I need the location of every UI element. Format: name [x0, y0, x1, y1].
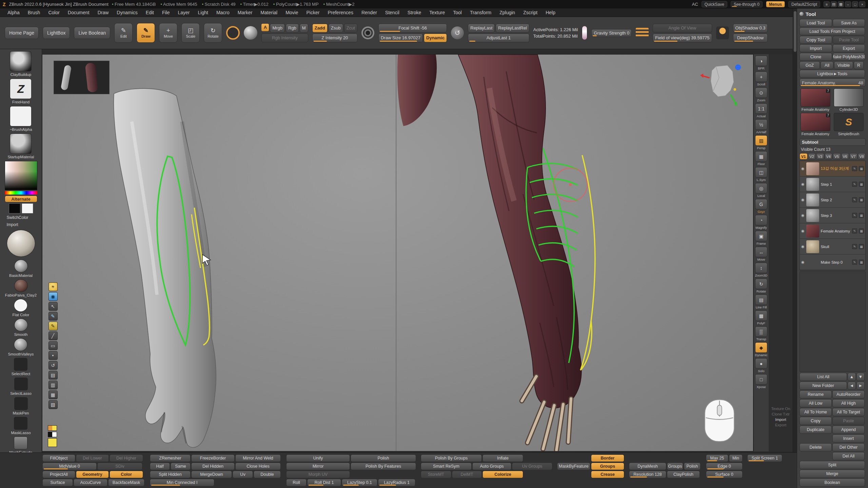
tool-thumbnail-image[interactable]: [834, 88, 864, 107]
bottom-button[interactable]: Mirror And Weld: [235, 454, 281, 462]
bottom-button[interactable]: Surface 0: [706, 471, 743, 478]
replay-last-button[interactable]: ReplayLast: [468, 24, 495, 33]
material-item[interactable]: MeshExtrude: [9, 436, 33, 452]
subtool-action-button[interactable]: Copy: [800, 417, 832, 425]
subtool-row[interactable]: ◉ Skull ✎ ▦: [800, 239, 865, 255]
brush-item[interactable]: ~BrushAlpha: [9, 106, 32, 131]
menu-item[interactable]: Picker: [303, 9, 323, 16]
camera-head-gizmo[interactable]: [700, 62, 742, 109]
bottom-button[interactable]: Crease: [591, 471, 624, 478]
right-shelf-item[interactable]: ◎ Local: [755, 183, 767, 198]
material-item[interactable]: BasicMaterial: [9, 260, 33, 278]
color-gradient-picker[interactable]: [5, 161, 37, 190]
bottom-button[interactable]: Polish: [351, 454, 416, 462]
menu-item[interactable]: Dynamics: [113, 9, 141, 16]
canvas-tool-icon[interactable]: ✎: [48, 322, 58, 330]
rgb-button[interactable]: Rgb: [286, 24, 299, 33]
bottom-button[interactable]: Double: [254, 471, 281, 478]
tool-palette-header[interactable]: Tool: [800, 10, 866, 18]
right-shelf-icon[interactable]: ⊙: [755, 87, 767, 98]
home-page-button[interactable]: Home Page: [5, 27, 39, 39]
material-item[interactable]: SmoothValleys: [8, 338, 34, 356]
bottom-button[interactable]: MaskByFeature: [557, 463, 590, 470]
right-shelf-item[interactable]: ▒ Transp: [755, 326, 767, 341]
sculpt-canvas[interactable]: ☀◉↖✎✎╱▭•↺▤▥▦▧: [42, 54, 753, 451]
scale-button[interactable]: ◰ Scale: [181, 23, 200, 43]
bottom-button[interactable]: Surface: [42, 479, 73, 486]
right-shelf-item[interactable]: G Gxyz: [755, 199, 767, 214]
layers-mini-icon[interactable]: ▦: [859, 244, 864, 249]
right-shelf-icon[interactable]: ▦: [755, 151, 767, 162]
window-control-icon[interactable]: ≡: [824, 1, 830, 7]
subtool-tab[interactable]: V1: [800, 153, 808, 160]
right-shelf-item[interactable]: ↻ Rotate: [755, 279, 767, 293]
menu-item[interactable]: Brush: [24, 9, 44, 16]
subtool-action-button[interactable]: All To Home: [800, 408, 832, 416]
alternate-button[interactable]: Alternate: [5, 196, 37, 202]
canvas-tool-icon[interactable]: ✎: [48, 312, 58, 321]
tool-panel-button[interactable]: R: [854, 61, 864, 69]
canvas-tool-icon[interactable]: ╱: [48, 331, 58, 340]
subtool-tab[interactable]: V5: [833, 153, 841, 160]
subtool-action-button[interactable]: Paste: [832, 417, 865, 425]
bottom-button[interactable]: Auto Groups: [472, 463, 511, 470]
right-shelf-icon[interactable]: ▨: [755, 135, 767, 146]
dynamic-toggle[interactable]: Dynamic: [424, 34, 447, 42]
brush-ring-icon[interactable]: [226, 26, 240, 40]
eye-icon[interactable]: ◉: [801, 198, 805, 202]
material-item[interactable]: MaskPen: [13, 397, 29, 415]
bottom-button[interactable]: Morph UV: [286, 471, 350, 478]
subtool-row[interactable]: ◉ Female Anatomy ✎ ▦: [800, 223, 865, 239]
window-control-icon[interactable]: ▦: [838, 1, 844, 7]
bottom-button[interactable]: LazyRadius 1: [378, 479, 415, 486]
tool-panel-button[interactable]: Load Tools From Project: [800, 27, 865, 35]
bottom-button[interactable]: FillObject: [42, 454, 75, 462]
window-control-icon[interactable]: ×: [859, 1, 865, 7]
layers-mini-icon[interactable]: ▦: [859, 166, 864, 171]
alpha-badge[interactable]: A: [261, 24, 269, 31]
canvas-tool-icon[interactable]: ▦: [48, 390, 58, 399]
menu-item[interactable]: Tool: [450, 9, 465, 16]
bottom-button[interactable]: Resolution 128: [629, 471, 666, 478]
material-thumbnail[interactable]: [7, 230, 35, 257]
right-shelf-icon[interactable]: ▤: [755, 294, 767, 305]
bottom-button[interactable]: BackfaceMask: [108, 479, 144, 486]
bottom-button[interactable]: Edge 0: [706, 463, 743, 470]
zcut-button[interactable]: Zcut: [344, 24, 357, 33]
bottom-button[interactable]: Uv Groups: [512, 463, 552, 470]
window-control-icon[interactable]: –: [845, 1, 851, 7]
brush-mini-icon[interactable]: ✎: [852, 260, 857, 265]
bottom-button[interactable]: MergeDown: [191, 471, 232, 478]
bottom-button[interactable]: Min Connected I: [150, 479, 214, 486]
quicksave-button[interactable]: QuickSave: [702, 1, 727, 7]
obj-shadow-slider[interactable]: ObjShadow 0.3: [733, 24, 768, 33]
layers-mini-icon[interactable]: ▦: [859, 182, 864, 187]
preview-sphere-icon[interactable]: [244, 26, 257, 40]
menu-item[interactable]: Texture: [426, 9, 448, 16]
material-thumbnail[interactable]: [14, 279, 28, 292]
bottom-button[interactable]: Half: [150, 463, 170, 470]
brush-mini-icon[interactable]: ✎: [852, 213, 857, 218]
subtool-action-button[interactable]: Duplicate: [800, 426, 832, 434]
right-shelf-icon[interactable]: +: [755, 72, 767, 82]
mrgb-button[interactable]: Mrgb: [270, 24, 285, 33]
bottom-button[interactable]: Polish By Features: [351, 463, 416, 470]
bottom-button[interactable]: Split Hidden: [150, 471, 191, 478]
material-item[interactable]: SelectRect: [12, 358, 31, 376]
brush-thumbnail[interactable]: [10, 79, 32, 99]
bottom-button[interactable]: ClayPolish: [667, 471, 700, 478]
right-shelf-item[interactable]: ▦ Floor: [755, 151, 767, 166]
tool-panel-button[interactable]: Export: [833, 44, 865, 52]
bottom-button[interactable]: Uv: [233, 471, 253, 478]
menu-item[interactable]: Edit: [142, 9, 157, 16]
tool-panel-button[interactable]: GoZ: [800, 61, 820, 69]
subtool-action-button[interactable]: ▲: [848, 373, 856, 381]
bottom-button[interactable]: Colorize: [482, 471, 523, 478]
menu-item[interactable]: Stroke: [404, 9, 425, 16]
subtool-action-button[interactable]: Del Other: [832, 443, 865, 451]
tool-thumbnail[interactable]: 7 Female Anatomy: [800, 113, 831, 136]
material-item[interactable]: MaskLasso: [11, 417, 31, 435]
bottom-button[interactable]: MidValue 0: [42, 463, 97, 470]
right-shelf-item[interactable]: ⊙ Zoom: [755, 87, 767, 102]
subtool-action-button[interactable]: Del All: [832, 452, 865, 460]
